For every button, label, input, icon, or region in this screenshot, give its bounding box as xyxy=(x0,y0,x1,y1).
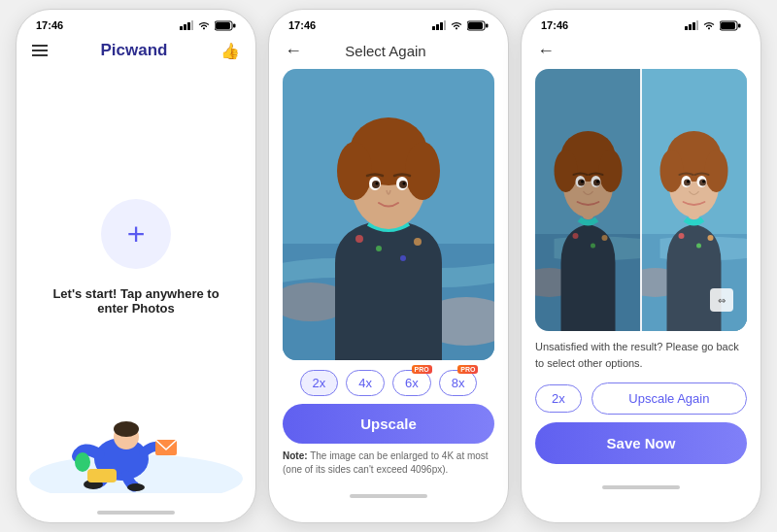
scale-2x-btn-3[interactable]: 2x xyxy=(535,384,582,413)
svg-rect-5 xyxy=(216,22,230,29)
save-now-button[interactable]: Save Now xyxy=(535,422,747,464)
svg-rect-0 xyxy=(180,26,183,30)
screen3-options: 2x Upscale Again xyxy=(522,379,760,422)
status-icons-3 xyxy=(685,20,741,31)
status-icons-2 xyxy=(432,20,489,31)
svg-rect-3 xyxy=(191,20,193,30)
upscale-again-button[interactable]: Upscale Again xyxy=(591,382,747,415)
screen3-header: ← xyxy=(522,35,760,69)
svg-rect-1 xyxy=(184,24,186,30)
portrait-before xyxy=(535,69,641,331)
svg-rect-18 xyxy=(440,22,443,30)
home-indicator-3 xyxy=(602,485,680,489)
svg-point-64 xyxy=(581,181,584,183)
svg-point-75 xyxy=(660,150,684,192)
svg-point-59 xyxy=(599,150,623,192)
portrait-photo-2 xyxy=(283,69,494,360)
svg-point-34 xyxy=(337,142,372,200)
svg-point-58 xyxy=(555,150,578,192)
battery-icon-3 xyxy=(720,20,741,31)
select-again-label: Select Again xyxy=(345,43,425,59)
svg-rect-45 xyxy=(696,20,698,30)
start-text: Let's start! Tap anywhere to enter Photo… xyxy=(17,286,255,316)
illustration xyxy=(17,386,255,493)
scale-8x-btn[interactable]: 8xPRO xyxy=(439,370,478,396)
svg-point-29 xyxy=(414,238,422,246)
svg-point-65 xyxy=(596,181,599,183)
back-arrow-2[interactable]: ← xyxy=(285,41,302,61)
pro-badge-6x: PRO xyxy=(412,365,432,374)
note-content: The image can be enlarged to 4K at most … xyxy=(283,450,489,475)
hamburger-menu[interactable] xyxy=(32,45,48,56)
plus-icon: + xyxy=(127,218,146,249)
svg-point-54 xyxy=(602,235,608,241)
battery-icon xyxy=(215,20,236,31)
app-title: Picwand xyxy=(101,41,168,60)
phone-3: 17:46 ← xyxy=(521,9,761,523)
battery-icon-2 xyxy=(467,20,489,31)
add-photo-button[interactable]: + xyxy=(101,199,171,269)
svg-point-27 xyxy=(355,235,363,243)
svg-point-40 xyxy=(376,183,379,185)
svg-rect-6 xyxy=(233,23,236,27)
upscale-button[interactable]: Upscale xyxy=(283,404,494,444)
status-bar-3: 17:46 xyxy=(522,10,760,35)
bottom-bar-3 xyxy=(522,478,760,497)
photo-container-2 xyxy=(283,69,494,360)
svg-point-13 xyxy=(127,483,145,491)
split-divider xyxy=(640,69,642,331)
phone-2: 17:46 ← Select Again xyxy=(268,9,509,523)
bottom-bar-2 xyxy=(269,486,508,506)
svg-point-30 xyxy=(400,255,406,261)
note-label: Note: xyxy=(283,450,308,461)
svg-rect-47 xyxy=(721,22,735,29)
photo-before xyxy=(535,69,641,331)
svg-point-41 xyxy=(403,183,406,185)
svg-rect-43 xyxy=(689,24,692,30)
home-indicator-1 xyxy=(97,511,175,515)
signal-icon-3 xyxy=(685,20,698,30)
svg-point-71 xyxy=(708,235,714,241)
svg-point-53 xyxy=(591,244,595,249)
unsatisfied-text: Unsatisfied with the result? Please go b… xyxy=(522,331,760,379)
svg-rect-17 xyxy=(436,24,439,30)
svg-rect-44 xyxy=(693,22,695,30)
back-arrow-3[interactable]: ← xyxy=(537,41,555,61)
status-bar-1: 17:46 xyxy=(17,10,255,35)
svg-rect-42 xyxy=(685,26,688,30)
home-indicator-2 xyxy=(350,494,427,498)
svg-rect-22 xyxy=(486,23,489,27)
scale-6x-btn[interactable]: 6xPRO xyxy=(392,370,431,396)
svg-rect-19 xyxy=(444,20,446,30)
svg-point-52 xyxy=(573,233,579,239)
svg-point-70 xyxy=(696,244,701,249)
note-text: Note: The image can be enlarged to 4K at… xyxy=(269,449,508,486)
svg-rect-2 xyxy=(187,22,190,30)
screen1-header: Picwand 👍 xyxy=(17,35,255,70)
time-2: 17:46 xyxy=(288,19,316,31)
svg-point-28 xyxy=(376,246,382,251)
person-illustration xyxy=(29,386,243,493)
svg-point-35 xyxy=(405,142,440,200)
phone-1: 17:46 Picwand 👍 xyxy=(16,9,256,523)
pro-badge-8x: PRO xyxy=(457,365,478,374)
wifi-icon-3 xyxy=(702,20,716,30)
svg-rect-21 xyxy=(468,22,483,29)
bottom-bar-1 xyxy=(17,503,255,522)
svg-point-69 xyxy=(679,233,685,239)
svg-point-10 xyxy=(114,421,139,437)
thumbs-up-icon: 👍 xyxy=(220,42,240,60)
status-bar-2: 17:46 xyxy=(269,10,508,35)
screen2-header: ← Select Again xyxy=(269,35,508,69)
status-icons-1 xyxy=(180,20,236,31)
wifi-icon-2 xyxy=(450,20,463,30)
scale-2x-btn[interactable]: 2x xyxy=(300,370,339,396)
svg-rect-16 xyxy=(432,26,435,30)
svg-rect-14 xyxy=(87,469,117,482)
svg-rect-48 xyxy=(738,23,741,27)
split-handle-icon[interactable]: ⇔ xyxy=(710,288,733,312)
svg-point-76 xyxy=(705,150,728,192)
svg-point-81 xyxy=(687,181,690,183)
time-1: 17:46 xyxy=(36,19,63,31)
scale-4x-btn[interactable]: 4x xyxy=(346,370,385,396)
